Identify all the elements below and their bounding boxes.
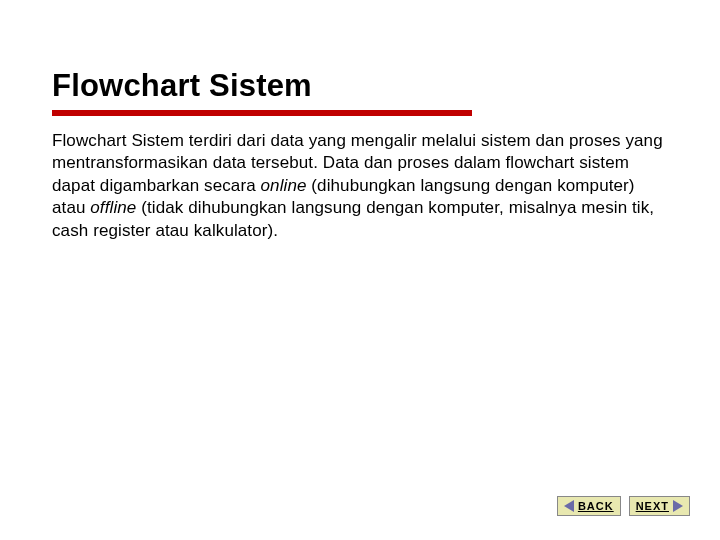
italic-online: online: [261, 176, 307, 195]
nav-buttons: BACK NEXT: [557, 496, 690, 516]
next-label: NEXT: [636, 500, 669, 512]
back-button[interactable]: BACK: [557, 496, 621, 516]
back-label: BACK: [578, 500, 614, 512]
arrow-right-icon: [673, 500, 683, 512]
body-text-3: (tidak dihubungkan langsung dengan kompu…: [52, 198, 654, 239]
body-paragraph: Flowchart Sistem terdiri dari data yang …: [52, 130, 668, 242]
italic-offline: offline: [90, 198, 136, 217]
next-button[interactable]: NEXT: [629, 496, 690, 516]
arrow-left-icon: [564, 500, 574, 512]
title-underline: [52, 110, 472, 116]
page-title: Flowchart Sistem: [52, 68, 668, 104]
slide: Flowchart Sistem Flowchart Sistem terdir…: [0, 0, 720, 540]
